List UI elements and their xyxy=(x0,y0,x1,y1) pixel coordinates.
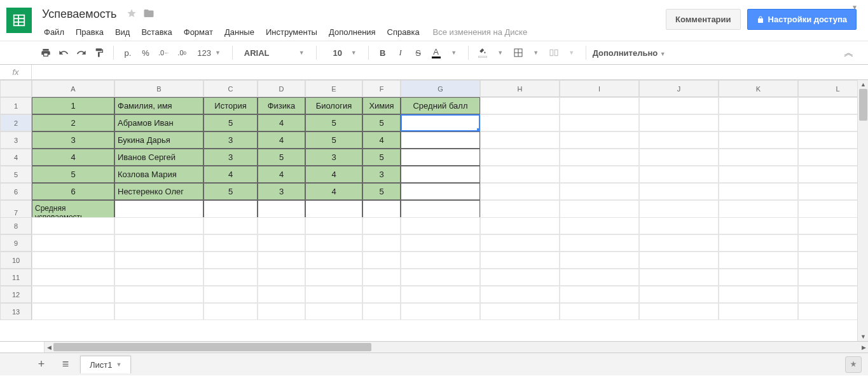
more-toolbar-button[interactable]: Дополнительно ▼ xyxy=(593,48,666,58)
cell-E13[interactable] xyxy=(305,303,362,320)
cell-A13[interactable] xyxy=(32,303,114,320)
row-header-4[interactable]: 4 xyxy=(0,149,32,166)
cell-F2[interactable]: 5 xyxy=(362,114,401,131)
cell-J10[interactable] xyxy=(639,252,719,269)
cell-B10[interactable] xyxy=(114,252,203,269)
bold-button[interactable]: B xyxy=(375,44,390,61)
col-header-B[interactable]: B xyxy=(114,80,203,97)
cell-J13[interactable] xyxy=(639,303,719,320)
cell-J6[interactable] xyxy=(639,183,719,200)
col-header-A[interactable]: A xyxy=(32,80,114,97)
row-header-13[interactable]: 13 xyxy=(0,303,32,320)
cell-I8[interactable] xyxy=(560,217,639,234)
cell-K12[interactable] xyxy=(719,286,798,303)
cell-F5[interactable]: 3 xyxy=(362,166,401,183)
cell-A5[interactable]: 5 xyxy=(32,166,114,183)
row-header-1[interactable]: 1 xyxy=(0,97,32,114)
cell-F13[interactable] xyxy=(362,303,401,320)
cell-K1[interactable] xyxy=(719,97,798,114)
cell-E2[interactable]: 5 xyxy=(305,114,362,131)
cell-I1[interactable] xyxy=(560,97,639,114)
col-header-D[interactable]: D xyxy=(258,80,305,97)
cell-B8[interactable] xyxy=(114,217,203,234)
cell-C11[interactable] xyxy=(203,269,258,286)
cell-C13[interactable] xyxy=(203,303,258,320)
cell-F11[interactable] xyxy=(362,269,401,286)
cell-F4[interactable]: 5 xyxy=(362,149,401,166)
formula-input[interactable] xyxy=(32,65,868,79)
cell-E9[interactable] xyxy=(305,234,362,252)
increase-decimal-button[interactable]: .00 xyxy=(174,44,189,61)
cell-H6[interactable] xyxy=(480,183,560,200)
cell-I13[interactable] xyxy=(560,303,639,320)
app-logo[interactable] xyxy=(0,0,38,41)
cell-B13[interactable] xyxy=(114,303,203,320)
cell-J8[interactable] xyxy=(639,217,719,234)
currency-button[interactable]: р. xyxy=(120,44,135,61)
cell-I11[interactable] xyxy=(560,269,639,286)
cell-A11[interactable] xyxy=(32,269,114,286)
cell-K2[interactable] xyxy=(719,114,798,131)
cell-K9[interactable] xyxy=(719,234,798,252)
all-sheets-button[interactable]: ≡ xyxy=(56,356,75,373)
menu-data[interactable]: Данные xyxy=(219,25,260,39)
strikethrough-button[interactable]: S xyxy=(411,44,426,61)
cell-A1[interactable]: 1 xyxy=(32,97,114,114)
cell-J9[interactable] xyxy=(639,234,719,252)
cell-D5[interactable]: 4 xyxy=(258,166,305,183)
merge-caret[interactable]: ▼ xyxy=(564,44,579,61)
cell-J12[interactable] xyxy=(639,286,719,303)
cell-D10[interactable] xyxy=(258,252,305,269)
cell-I12[interactable] xyxy=(560,286,639,303)
cell-J4[interactable] xyxy=(639,149,719,166)
cell-C2[interactable]: 5 xyxy=(203,114,258,131)
cell-I9[interactable] xyxy=(560,234,639,252)
cell-G5[interactable] xyxy=(401,166,480,183)
account-dropdown-icon[interactable]: ▼ xyxy=(851,4,858,11)
cell-I3[interactable] xyxy=(560,131,639,149)
borders-caret[interactable]: ▼ xyxy=(528,44,544,61)
cell-K6[interactable] xyxy=(719,183,798,200)
col-header-G[interactable]: G xyxy=(401,80,480,97)
cell-E12[interactable] xyxy=(305,286,362,303)
fx-icon[interactable]: fx xyxy=(0,65,32,79)
cell-C3[interactable]: 3 xyxy=(203,131,258,149)
text-color-caret[interactable]: ▼ xyxy=(446,44,462,61)
cell-A10[interactable] xyxy=(32,252,114,269)
cell-K10[interactable] xyxy=(719,252,798,269)
cell-G6[interactable] xyxy=(401,183,480,200)
undo-icon[interactable] xyxy=(56,44,71,61)
col-header-F[interactable]: F xyxy=(362,80,401,97)
cell-H3[interactable] xyxy=(480,131,560,149)
cell-I6[interactable] xyxy=(560,183,639,200)
cell-I5[interactable] xyxy=(560,166,639,183)
cell-D9[interactable] xyxy=(258,234,305,252)
cell-E8[interactable] xyxy=(305,217,362,234)
cell-F12[interactable] xyxy=(362,286,401,303)
col-header-E[interactable]: E xyxy=(305,80,362,97)
col-header-K[interactable]: K xyxy=(719,80,798,97)
cell-C5[interactable]: 4 xyxy=(203,166,258,183)
cell-G11[interactable] xyxy=(401,269,480,286)
cell-B9[interactable] xyxy=(114,234,203,252)
cell-D13[interactable] xyxy=(258,303,305,320)
col-header-I[interactable]: I xyxy=(560,80,639,97)
cell-F10[interactable] xyxy=(362,252,401,269)
cell-G3[interactable] xyxy=(401,131,480,149)
sheet-tab-caret-icon[interactable]: ▼ xyxy=(116,361,121,368)
cell-C9[interactable] xyxy=(203,234,258,252)
folder-icon[interactable] xyxy=(143,8,155,21)
add-sheet-button[interactable]: + xyxy=(32,356,51,373)
cell-H2[interactable] xyxy=(480,114,560,131)
hscroll-thumb[interactable] xyxy=(53,343,371,351)
font-family-combo[interactable]: ARIAL▼ xyxy=(239,44,310,61)
cell-H12[interactable] xyxy=(480,286,560,303)
row-header-3[interactable]: 3 xyxy=(0,131,32,149)
menu-format[interactable]: Формат xyxy=(178,25,219,39)
cell-I4[interactable] xyxy=(560,149,639,166)
cell-F1[interactable]: Химия xyxy=(362,97,401,114)
cell-K3[interactable] xyxy=(719,131,798,149)
cell-E6[interactable]: 4 xyxy=(305,183,362,200)
cell-F8[interactable] xyxy=(362,217,401,234)
menu-view[interactable]: Вид xyxy=(109,25,136,39)
